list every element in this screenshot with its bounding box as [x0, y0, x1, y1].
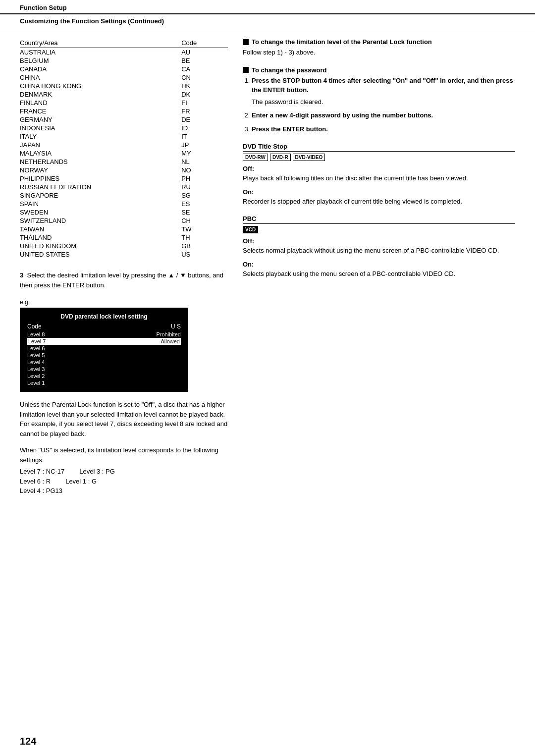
dvd-section-title: DVD Title Stop [243, 143, 515, 152]
pbc-badge-vcd: VCD [243, 226, 258, 233]
country-table: Country/Area Code AUSTRALIAAUBELGIUMBECA… [20, 38, 228, 259]
black-square-icon2 [243, 67, 249, 73]
country-name: PHILIPPINES [20, 174, 171, 183]
example-code-val: U S [104, 323, 181, 330]
table-row: SWEDENSE [20, 208, 228, 216]
dvd-title-stop-section: DVD Title Stop DVD-RWDVD-RDVD-VIDEO Off:… [243, 143, 515, 206]
country-code: SE [171, 208, 228, 216]
level-name: Level 8 [27, 331, 156, 337]
pbc-title: PBC [243, 215, 515, 224]
format-badge: DVD-RW [243, 154, 268, 161]
example-code-label: Code [27, 323, 104, 330]
format-badges: DVD-RWDVD-RDVD-VIDEO [243, 154, 515, 161]
country-name: RUSSIAN FEDERATION [20, 183, 171, 191]
level-name: Level 4 [27, 359, 181, 365]
col-country-header: Country/Area [20, 38, 171, 48]
level-label2: Level 3 : PG [79, 467, 115, 477]
dvd-off-label: Off: [243, 165, 515, 172]
level-label2: Level 1 : G [65, 477, 97, 486]
country-name: THAILAND [20, 233, 171, 242]
step-subnote: The password is cleared. [252, 97, 515, 107]
step3-text: 3 Select the desired limitation level by… [20, 270, 228, 290]
format-badge: DVD-VIDEO [293, 154, 325, 161]
country-name: SWITZERLAND [20, 216, 171, 225]
country-code: TH [171, 233, 228, 242]
country-code: NO [171, 166, 228, 174]
pbc-on-label: On: [243, 261, 515, 268]
country-name: SINGAPORE [20, 191, 171, 200]
country-code: JP [171, 141, 228, 149]
table-row: INDONESIAID [20, 124, 228, 132]
table-row: GERMANYDE [20, 115, 228, 124]
levels-note: When "US" is selected, its limitation le… [20, 445, 228, 496]
level-name: Level 7 [28, 338, 160, 344]
country-code: BE [171, 56, 228, 65]
level-row: Level 1 [27, 379, 181, 386]
level-name: Level 2 [27, 373, 181, 379]
list-item: Press the STOP button 4 times after sele… [252, 76, 515, 107]
table-row: SINGAPORESG [20, 191, 228, 200]
country-code: TW [171, 225, 228, 233]
country-name: NORWAY [20, 166, 171, 174]
country-code: US [171, 250, 228, 259]
country-name: FINLAND [20, 99, 171, 107]
country-code: PH [171, 174, 228, 183]
country-code: FR [171, 107, 228, 115]
level-row: Level 4 [27, 359, 181, 366]
level-row: Level 3 [27, 366, 181, 373]
list-item: Level 6 : RLevel 1 : G [20, 477, 228, 486]
country-name: JAPAN [20, 141, 171, 149]
table-row: PHILIPPINESPH [20, 174, 228, 183]
country-code: CN [171, 73, 228, 82]
eg-label: e.g. [20, 299, 228, 306]
header-section: Function Setup [0, 0, 535, 14]
example-box-title: DVD parental lock level setting [27, 313, 181, 320]
country-code: MY [171, 149, 228, 158]
left-column: Country/Area Code AUSTRALIAAUBELGIUMBECA… [20, 38, 228, 496]
dvd-on-desc: Recorder is stopped after playback of cu… [243, 197, 515, 207]
dvd-off-desc: Plays back all following titles on the d… [243, 173, 515, 183]
pbc-section: PBC VCD Off: Selects normal playback wit… [243, 215, 515, 278]
pbc-badges: VCD [243, 226, 515, 233]
level-name: Level 1 [27, 380, 181, 386]
change-limitation-section: To change the limitation level of the Pa… [243, 38, 515, 57]
country-name: MALAYSIA [20, 149, 171, 158]
country-name: GERMANY [20, 115, 171, 124]
list-item: Level 7 : NC-17Level 3 : PG [20, 467, 228, 477]
table-row: THAILANDTH [20, 233, 228, 242]
country-name: AUSTRALIA [20, 48, 171, 57]
list-item: Press the ENTER button. [252, 124, 515, 134]
level-row: Level 6 [27, 345, 181, 352]
format-badge: DVD-R [270, 154, 291, 161]
change-limitation-heading: To change the limitation level of the Pa… [243, 38, 515, 46]
country-name: CANADA [20, 65, 171, 73]
pbc-off-desc: Selects normal playback without using th… [243, 246, 515, 256]
country-name: TAIWAN [20, 225, 171, 233]
table-row: SWITZERLANDCH [20, 216, 228, 225]
country-code: NL [171, 158, 228, 166]
country-code: CH [171, 216, 228, 225]
table-row: JAPANJP [20, 141, 228, 149]
password-steps-list: Press the STOP button 4 times after sele… [243, 76, 515, 134]
table-row: NORWAYNO [20, 166, 228, 174]
country-code: DE [171, 115, 228, 124]
level-row: Level 2 [27, 373, 181, 379]
level-name: Level 6 [27, 345, 181, 351]
country-name: FRANCE [20, 107, 171, 115]
level-row: Level 7Allowed [27, 338, 181, 345]
country-name: CHINA [20, 73, 171, 82]
col-code-header: Code [171, 38, 228, 48]
dvd-on-label: On: [243, 188, 515, 196]
table-row: BELGIUMBE [20, 56, 228, 65]
level-value: Prohibited [156, 331, 181, 337]
country-name: CHINA HONG KONG [20, 82, 171, 90]
change-password-heading: To change the password [243, 66, 515, 74]
page-number: 124 [20, 736, 36, 747]
country-name: BELGIUM [20, 56, 171, 65]
list-item: Enter a new 4-digit password by using th… [252, 110, 515, 120]
header-title: Function Setup [20, 4, 67, 11]
level-label: Level 6 : R [20, 477, 51, 486]
table-row: CHINA HONG KONGHK [20, 82, 228, 90]
country-name: INDONESIA [20, 124, 171, 132]
pbc-off-label: Off: [243, 237, 515, 245]
